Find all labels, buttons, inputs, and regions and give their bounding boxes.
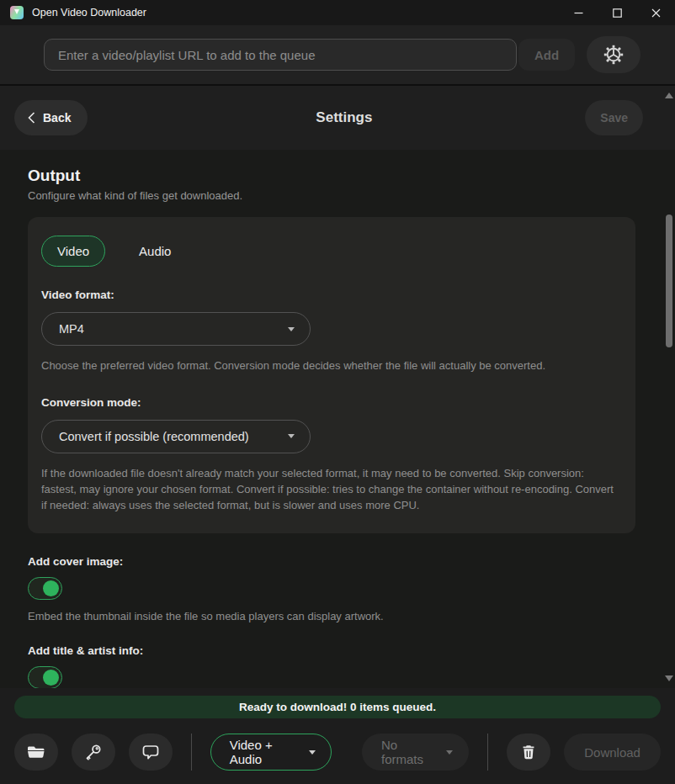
conversion-mode-select[interactable]: Convert if possible (recommended) (41, 420, 311, 453)
video-format-description: Choose the preferred video format. Conve… (41, 358, 619, 374)
toggle-knob (43, 580, 59, 596)
url-input[interactable] (44, 39, 517, 71)
page-title: Settings (103, 109, 585, 126)
key-icon (82, 742, 104, 763)
scroll-up-icon[interactable] (665, 93, 673, 98)
save-button[interactable]: Save (585, 100, 643, 135)
chat-bubble-icon (141, 742, 161, 762)
folder-icon (26, 742, 46, 762)
cover-image-label: Add cover image: (28, 555, 635, 568)
conversion-mode-description: If the downloaded file doesn't already m… (41, 466, 619, 514)
trash-icon (519, 743, 538, 761)
output-heading: Output (28, 167, 635, 185)
chevron-left-icon (28, 112, 35, 124)
output-card: Video Audio Video format: MP4 Choose the… (28, 217, 635, 533)
video-format-select[interactable]: MP4 (41, 312, 311, 346)
minimize-button[interactable] (559, 0, 598, 25)
settings-button[interactable] (587, 36, 640, 73)
window-controls (559, 0, 675, 25)
conversion-mode-label: Conversion mode: (41, 396, 622, 409)
app-title: Open Video Downloader (32, 7, 146, 19)
format-type-select[interactable]: Video + Audio (210, 734, 332, 771)
quality-value: No formats (381, 738, 434, 766)
clear-queue-button[interactable] (507, 734, 550, 771)
format-type-value: Video + Audio (230, 738, 298, 766)
maximize-icon (613, 8, 622, 18)
gear-icon (602, 43, 625, 66)
chevron-down-icon (446, 750, 453, 755)
scrollbar[interactable] (662, 86, 675, 688)
feedback-button[interactable] (129, 734, 173, 771)
back-label: Back (43, 111, 71, 124)
download-button[interactable]: Download (564, 734, 661, 771)
settings-header: Back Settings Save (0, 86, 675, 150)
scrollbar-thumb[interactable] (666, 215, 672, 347)
maximize-button[interactable] (598, 0, 636, 25)
title-artist-label: Add title & artist info: (28, 644, 635, 657)
chevron-down-icon (288, 434, 295, 438)
authentication-button[interactable] (72, 734, 115, 771)
title-artist-setting: Add title & artist info: Save metadata s… (28, 644, 635, 688)
conversion-mode-value: Convert if possible (recommended) (59, 430, 249, 443)
settings-page: Back Settings Save Output Configure what… (0, 84, 675, 688)
status-message: Ready to download! 0 items queued. (239, 701, 436, 713)
toolbar-divider (487, 734, 488, 771)
video-format-value: MP4 (59, 322, 84, 336)
app-logo-icon (10, 6, 24, 19)
close-icon (651, 8, 661, 18)
quality-select[interactable]: No formats (362, 734, 469, 771)
chevron-down-icon (309, 750, 316, 755)
cover-image-toggle[interactable] (28, 577, 62, 600)
video-format-label: Video format: (41, 289, 622, 301)
url-bar: Add (0, 25, 675, 84)
add-button[interactable]: Add (518, 39, 575, 71)
bottom-bar: Ready to download! 0 items queued. (0, 688, 675, 784)
toolbar-divider (191, 734, 192, 771)
settings-scroll-area: Output Configure what kind of files get … (0, 150, 675, 688)
tab-audio[interactable]: Audio (124, 236, 186, 266)
media-type-tabs: Video Audio (41, 236, 622, 267)
chevron-down-icon (288, 327, 295, 331)
toggle-knob (43, 670, 59, 686)
title-artist-toggle[interactable] (28, 666, 62, 688)
close-button[interactable] (636, 0, 675, 25)
status-bar: Ready to download! 0 items queued. (14, 696, 661, 718)
toolbar: Video + Audio No formats Download (14, 734, 661, 771)
scroll-down-icon[interactable] (665, 675, 673, 681)
back-button[interactable]: Back (14, 100, 88, 135)
cover-image-description: Embed the thumbnail inside the file so m… (28, 610, 635, 622)
titlebar: Open Video Downloader (0, 0, 675, 25)
open-folder-button[interactable] (14, 734, 58, 771)
output-subtitle: Configure what kind of files get downloa… (28, 189, 635, 202)
cover-image-setting: Add cover image: Embed the thumbnail ins… (28, 555, 635, 622)
minimize-icon (574, 8, 583, 18)
tab-video[interactable]: Video (41, 236, 105, 267)
